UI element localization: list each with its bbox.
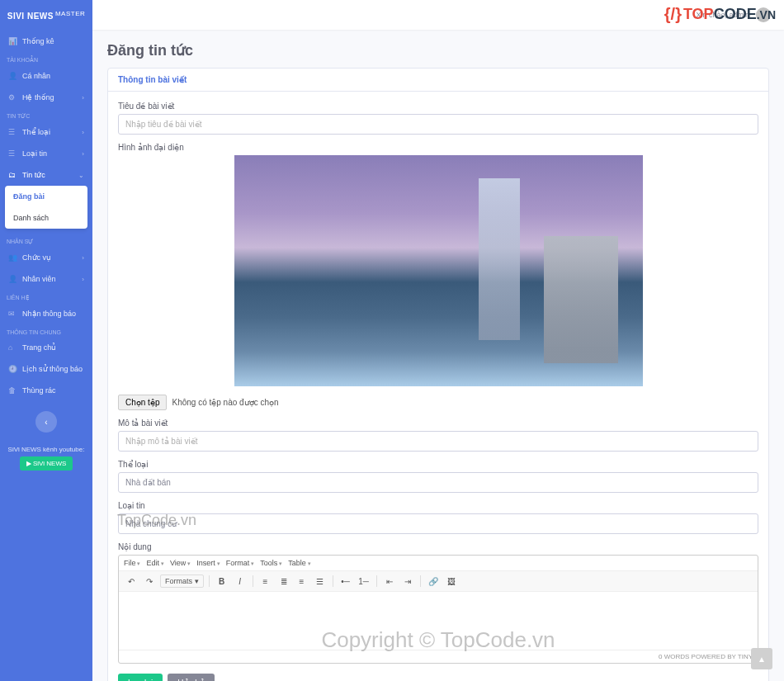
italic-icon[interactable]: I bbox=[233, 574, 248, 589]
chevron-down-icon: ⌄ bbox=[78, 172, 84, 179]
number-list-icon[interactable]: 1─ bbox=[357, 574, 371, 589]
chevron-right-icon: › bbox=[82, 94, 84, 102]
formats-dropdown[interactable]: Formats ▾ bbox=[160, 575, 204, 588]
folder-icon: 🗂 bbox=[8, 171, 18, 179]
bold-icon[interactable]: B bbox=[215, 574, 229, 589]
chevron-right-icon: › bbox=[82, 150, 84, 158]
editor-menubar: File Edit View Insert Format Tools Table bbox=[119, 556, 758, 571]
title-input[interactable] bbox=[118, 114, 758, 135]
brand[interactable]: SIVI NEWSMASTER bbox=[0, 0, 92, 31]
indent-icon[interactable]: ⇥ bbox=[400, 574, 415, 589]
logo-vn: .VN bbox=[757, 8, 776, 21]
scroll-top-button[interactable]: ▲ bbox=[751, 648, 772, 669]
page-title: Đăng tin tức bbox=[107, 41, 769, 59]
sidebar-item-staff[interactable]: 👤Nhân viên› bbox=[0, 268, 92, 290]
sidebar-toggle[interactable]: ‹ bbox=[35, 411, 57, 433]
image-icon[interactable]: 🖼 bbox=[444, 574, 459, 589]
submenu-item-list[interactable]: Danh sách bbox=[5, 207, 87, 229]
label-title: Tiêu đề bài viết bbox=[118, 102, 758, 111]
align-center-icon[interactable]: ≣ bbox=[276, 574, 291, 589]
youtube-button[interactable]: ▶ SiVi NEWS bbox=[20, 456, 73, 471]
redo-icon[interactable]: ↷ bbox=[142, 574, 157, 589]
label-type: Loại tin bbox=[118, 501, 758, 510]
editor-textarea[interactable] bbox=[119, 592, 758, 650]
user-icon: 👤 bbox=[8, 275, 18, 283]
label-image: Hình ảnh đại diện bbox=[118, 143, 758, 152]
desc-input[interactable] bbox=[118, 431, 758, 452]
sidebar-item-profile[interactable]: 👤Cá nhân bbox=[0, 65, 92, 87]
logo-code: CODE bbox=[714, 6, 757, 23]
outdent-icon[interactable]: ⇤ bbox=[382, 574, 397, 589]
logo-top: TOP bbox=[683, 6, 714, 23]
chart-icon: 📊 bbox=[8, 37, 18, 45]
submenu-news: Đăng bài Danh sách bbox=[5, 186, 87, 229]
sidebar-item-newstype[interactable]: ☰Loại tin› bbox=[0, 143, 92, 164]
label-desc: Mô tả bài viết bbox=[118, 419, 758, 428]
sidebar-item-stats[interactable]: 📊Thống kê bbox=[0, 31, 92, 52]
content: Đăng tin tức Thông tin bài viết Tiêu đề … bbox=[92, 30, 784, 681]
sidebar-label: Hệ thống bbox=[22, 93, 54, 102]
separator bbox=[420, 575, 421, 587]
sidebar-label: Nhận thông báo bbox=[22, 310, 76, 318]
sidebar-label: Tin tức bbox=[22, 171, 45, 179]
users-icon: 👥 bbox=[8, 253, 18, 262]
card: Thông tin bài viết Tiêu đề bài viết Hình… bbox=[107, 68, 769, 681]
user-icon: 👤 bbox=[8, 72, 18, 80]
sidebar-item-news[interactable]: 🗂Tin tức⌄ bbox=[0, 164, 92, 186]
file-status: Không có tệp nào được chọn bbox=[172, 398, 278, 407]
type-select[interactable]: Nhà chung cư bbox=[118, 513, 758, 534]
sidebar-item-notify[interactable]: ✉Nhận thông báo bbox=[0, 303, 92, 324]
sidebar-footer-text: SiVi NEWS kênh youtube: bbox=[3, 446, 89, 453]
sidebar-label: Chức vụ bbox=[22, 253, 51, 262]
section-account: TÀI KHOẢN bbox=[0, 52, 92, 65]
menu-format[interactable]: Format bbox=[226, 559, 254, 567]
clock-icon: 🕘 bbox=[8, 365, 18, 373]
link-icon[interactable]: 🔗 bbox=[426, 574, 441, 589]
align-justify-icon[interactable]: ☰ bbox=[313, 574, 328, 589]
editor-toolbar: ↶ ↷ Formats ▾ B I ≡ ≣ ≡ ☰ •─ bbox=[119, 571, 758, 592]
undo-icon[interactable]: ↶ bbox=[124, 574, 139, 589]
brand-sup: MASTER bbox=[55, 10, 85, 17]
separator bbox=[333, 575, 333, 587]
align-right-icon[interactable]: ≡ bbox=[295, 574, 309, 589]
chevron-right-icon: › bbox=[82, 276, 84, 283]
sidebar-item-trash[interactable]: 🗑Thùng rác bbox=[0, 380, 92, 401]
card-body: Tiêu đề bài viết Hình ảnh đại diện Chọn … bbox=[108, 92, 768, 681]
trash-icon: 🗑 bbox=[8, 386, 18, 395]
rich-editor: File Edit View Insert Format Tools Table… bbox=[118, 555, 758, 664]
list-icon: ☰ bbox=[8, 128, 18, 136]
gear-icon: ⚙ bbox=[8, 93, 18, 102]
sidebar-item-category[interactable]: ☰Thể loại› bbox=[0, 121, 92, 143]
main: {/} TOPCODE.VN Xin chào, admin Đăng tin … bbox=[92, 0, 784, 681]
sidebar-item-position[interactable]: 👥Chức vụ› bbox=[0, 247, 92, 268]
section-general: THÔNG TIN CHUNG bbox=[0, 324, 92, 337]
menu-file[interactable]: File bbox=[124, 559, 140, 567]
menu-tools[interactable]: Tools bbox=[260, 559, 282, 567]
separator bbox=[253, 575, 253, 587]
sidebar-item-system[interactable]: ⚙Hệ thống› bbox=[0, 87, 92, 108]
submenu-item-post[interactable]: Đăng bài bbox=[5, 186, 87, 207]
menu-insert[interactable]: Insert bbox=[196, 559, 220, 567]
sidebar-label: Thể loại bbox=[22, 128, 50, 136]
category-select[interactable]: Nhà đất bán bbox=[118, 472, 758, 493]
bullet-list-icon[interactable]: •─ bbox=[338, 574, 353, 589]
sidebar: SIVI NEWSMASTER 📊Thống kê TÀI KHOẢN 👤Cá … bbox=[0, 0, 92, 681]
sidebar-item-home[interactable]: ⌂Trang chủ bbox=[0, 337, 92, 358]
image-preview bbox=[234, 155, 643, 386]
sidebar-footer: SiVi NEWS kênh youtube: ▶ SiVi NEWS bbox=[0, 442, 92, 474]
sidebar-label: Cá nhân bbox=[22, 72, 50, 80]
list-icon: ☰ bbox=[8, 149, 18, 158]
sidebar-label: Thống kê bbox=[22, 37, 54, 45]
chevron-right-icon: › bbox=[82, 254, 84, 262]
editor-footer: 0 WORDS POWERED BY TINY bbox=[119, 650, 758, 663]
cancel-button[interactable]: Hủy bỏ bbox=[168, 674, 215, 681]
chevron-right-icon: › bbox=[82, 129, 84, 136]
save-button[interactable]: Lưu lại bbox=[118, 674, 163, 681]
menu-view[interactable]: View bbox=[170, 559, 191, 567]
align-left-icon[interactable]: ≡ bbox=[258, 574, 273, 589]
menu-edit[interactable]: Edit bbox=[146, 559, 163, 567]
choose-file-button[interactable]: Chọn tệp bbox=[118, 395, 167, 410]
sidebar-item-history[interactable]: 🕘Lịch sử thông báo bbox=[0, 358, 92, 380]
menu-table[interactable]: Table bbox=[288, 559, 310, 567]
card-header: Thông tin bài viết bbox=[108, 69, 768, 92]
